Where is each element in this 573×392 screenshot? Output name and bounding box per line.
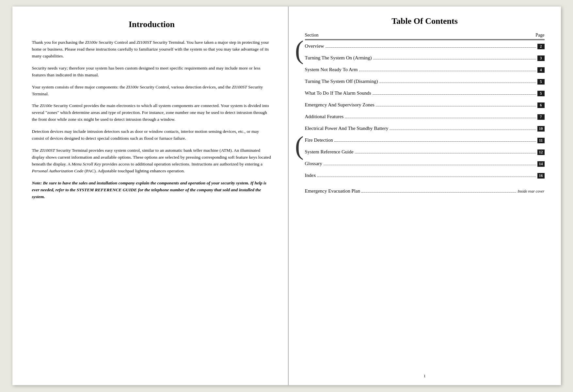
note-text: Note: Be sure to have the sales and inst… (32, 180, 272, 200)
toc-entries-top: Overview 2 Turning The System On (Arming… (305, 43, 545, 132)
entry-title-sysref: System Reference Guide (305, 149, 354, 155)
intro-p5: Detection devices may include intrusion … (32, 128, 272, 142)
page-badge-fire: 11 (537, 138, 545, 143)
introduction-title: Introduction (32, 20, 272, 29)
intro-p6: The ZI100ST Security Terminal provides e… (32, 147, 272, 175)
product-ref-3: ZI100e (40, 103, 52, 108)
toc-entry-additional: Additional Features 7 (305, 114, 545, 120)
entry-title-alarm-sounds: What To Do If The Alarm Sounds (305, 90, 371, 96)
page-badge-index: 16 (537, 173, 545, 179)
toc-entry-index: Index 16 (305, 173, 545, 179)
right-page: Table Of Contents Section Page ( Overvie… (289, 7, 561, 385)
dots-alarm-sounds (373, 94, 536, 95)
toc-entry-overview: Overview 2 (305, 43, 545, 49)
entry-title-disarming: Turning The System Off (Disarming) (305, 79, 378, 84)
toc-entry-evacuation-wrapper: Emergency Evacuation Plan Inside rear co… (305, 188, 545, 194)
dots-additional (345, 118, 536, 118)
toc-header: Section Page (305, 33, 545, 40)
toc-entry-alarm-sounds: What To Do If The Alarm Sounds 5 (305, 90, 545, 96)
toc-entry-glossary: Glossary 14 (305, 161, 545, 167)
section-header-label: Section (305, 33, 319, 38)
entry-title-additional: Additional Features (305, 114, 344, 119)
product-name-2: ZI100ST (136, 40, 152, 45)
product-ref-2: ZI100ST (232, 85, 247, 89)
entry-title-overview: Overview (305, 43, 324, 49)
pac-ref: Personal Authorization Code (32, 168, 84, 173)
intro-p3: Your system consists of three major comp… (32, 84, 272, 98)
toc-entry-sysref: System Reference Guide 12 (305, 149, 545, 155)
page-badge-alarm-sounds: 5 (537, 91, 545, 96)
page-badge-glossary: 14 (537, 161, 545, 167)
dots-disarming (379, 83, 536, 83)
toc-entry-fire: Fire Detection 11 (305, 137, 545, 143)
page-number: 1 (289, 373, 561, 379)
toc-entry-not-ready: System Not Ready To Arm 4 (305, 67, 545, 73)
bracket-bottom-area: ( Fire Detection 11 System Reference Gui… (305, 137, 545, 194)
intro-body: Thank you for purchasing the ZI100e Secu… (32, 39, 272, 200)
page-badge-not-ready: 4 (537, 67, 545, 73)
toc-entry-arming: Turning The System On (Arming) 3 (305, 55, 545, 61)
dots-glossary (324, 165, 536, 165)
dots-sysref (355, 153, 536, 153)
page-badge-additional: 7 (537, 114, 545, 120)
dots-overview (326, 47, 536, 48)
toc-entries-bottom: Fire Detection 11 System Reference Guide… (305, 137, 545, 194)
bracket-open-2-icon: ( (295, 133, 304, 159)
dots-electrical (390, 130, 536, 130)
toc-entry-evacuation: Emergency Evacuation Plan Inside rear co… (305, 188, 545, 194)
page-badge-arming: 3 (537, 55, 545, 61)
entry-title-arming: Turning The System On (Arming) (305, 55, 372, 61)
menu-scroll-key: Menu Scroll Key (72, 162, 101, 166)
intro-p1: Thank you for purchasing the ZI100e Secu… (32, 39, 272, 60)
page-badge-sysref: 12 (537, 149, 545, 155)
note-section: Note: Be sure to have the sales and inst… (32, 180, 272, 200)
entry-title-not-ready: System Not Ready To Arm (305, 67, 358, 72)
toc-entry-emergency-zones: Emergency And Supervisory Zones 6 (305, 102, 545, 108)
page-container: Introduction Thank you for purchasing th… (0, 0, 573, 392)
page-badge-disarming: 5 (537, 79, 545, 85)
product-name-1: ZI100e (85, 40, 98, 45)
page-header-label: Page (535, 33, 544, 38)
dots-evacuation (361, 192, 516, 193)
dots-emergency-zones (376, 106, 536, 106)
book-spread: Introduction Thank you for purchasing th… (12, 7, 561, 385)
dots-fire (334, 141, 536, 142)
toc-title: Table Of Contents (305, 16, 545, 26)
dots-arming (373, 59, 536, 59)
page-badge-overview: 2 (537, 44, 545, 49)
dots-not-ready (359, 71, 536, 71)
entry-title-index: Index (305, 173, 316, 178)
toc-entry-disarming: Turning The System Off (Disarming) 5 (305, 79, 545, 85)
product-ref-1: ZI100e (126, 85, 138, 89)
page-text-evacuation: Inside rear cover (517, 189, 544, 194)
intro-p2: Security needs vary; therefore your syst… (32, 65, 272, 79)
bracket-top-area: ( Overview 2 Turning The System On (Armi… (305, 43, 545, 132)
page-badge-emergency-zones: 6 (537, 102, 545, 108)
bracket-open-icon: ( (295, 37, 304, 63)
intro-p4: The ZI100e Security Control provides the… (32, 102, 272, 123)
entry-title-evacuation: Emergency Evacuation Plan (305, 188, 360, 194)
entry-title-glossary: Glossary (305, 161, 322, 166)
entry-title-fire: Fire Detection (305, 137, 333, 143)
toc-entry-electrical: Electrical Power And The Standby Battery… (305, 126, 545, 132)
product-ref-4: ZI100ST (40, 148, 55, 153)
entry-title-electrical: Electrical Power And The Standby Battery (305, 126, 389, 131)
entry-title-emergency-zones: Emergency And Supervisory Zones (305, 102, 374, 108)
left-page: Introduction Thank you for purchasing th… (12, 7, 289, 385)
page-badge-electrical: 10 (537, 126, 545, 132)
dots-index (317, 177, 536, 177)
